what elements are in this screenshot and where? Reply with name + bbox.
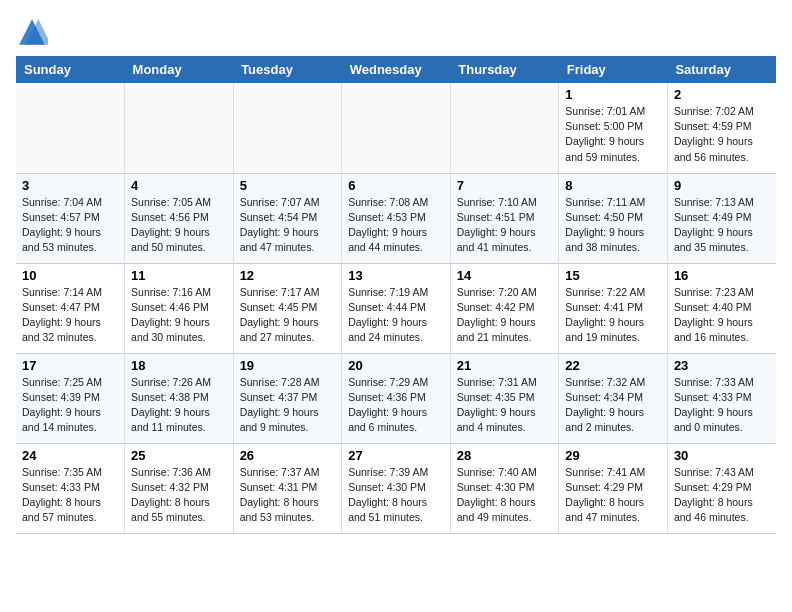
calendar-cell: 27Sunrise: 7:39 AM Sunset: 4:30 PM Dayli… bbox=[342, 443, 451, 533]
calendar-cell: 4Sunrise: 7:05 AM Sunset: 4:56 PM Daylig… bbox=[125, 173, 234, 263]
weekday-header-monday: Monday bbox=[125, 56, 234, 83]
calendar-week-1: 1Sunrise: 7:01 AM Sunset: 5:00 PM Daylig… bbox=[16, 83, 776, 173]
calendar-cell: 8Sunrise: 7:11 AM Sunset: 4:50 PM Daylig… bbox=[559, 173, 668, 263]
logo-icon bbox=[16, 16, 48, 48]
day-info: Sunrise: 7:19 AM Sunset: 4:44 PM Dayligh… bbox=[348, 285, 444, 346]
page-header bbox=[16, 16, 776, 48]
day-number: 29 bbox=[565, 448, 661, 463]
day-info: Sunrise: 7:11 AM Sunset: 4:50 PM Dayligh… bbox=[565, 195, 661, 256]
calendar-cell: 11Sunrise: 7:16 AM Sunset: 4:46 PM Dayli… bbox=[125, 263, 234, 353]
calendar-cell: 20Sunrise: 7:29 AM Sunset: 4:36 PM Dayli… bbox=[342, 353, 451, 443]
day-number: 19 bbox=[240, 358, 336, 373]
day-info: Sunrise: 7:41 AM Sunset: 4:29 PM Dayligh… bbox=[565, 465, 661, 526]
day-number: 15 bbox=[565, 268, 661, 283]
day-number: 20 bbox=[348, 358, 444, 373]
calendar-cell bbox=[342, 83, 451, 173]
day-info: Sunrise: 7:08 AM Sunset: 4:53 PM Dayligh… bbox=[348, 195, 444, 256]
day-number: 9 bbox=[674, 178, 770, 193]
day-number: 27 bbox=[348, 448, 444, 463]
calendar-cell: 21Sunrise: 7:31 AM Sunset: 4:35 PM Dayli… bbox=[450, 353, 559, 443]
calendar-cell: 23Sunrise: 7:33 AM Sunset: 4:33 PM Dayli… bbox=[667, 353, 776, 443]
weekday-header-row: SundayMondayTuesdayWednesdayThursdayFrid… bbox=[16, 56, 776, 83]
calendar-cell: 2Sunrise: 7:02 AM Sunset: 4:59 PM Daylig… bbox=[667, 83, 776, 173]
day-info: Sunrise: 7:10 AM Sunset: 4:51 PM Dayligh… bbox=[457, 195, 553, 256]
day-number: 3 bbox=[22, 178, 118, 193]
day-info: Sunrise: 7:22 AM Sunset: 4:41 PM Dayligh… bbox=[565, 285, 661, 346]
calendar-cell bbox=[450, 83, 559, 173]
day-info: Sunrise: 7:40 AM Sunset: 4:30 PM Dayligh… bbox=[457, 465, 553, 526]
calendar-cell bbox=[233, 83, 342, 173]
calendar-week-2: 3Sunrise: 7:04 AM Sunset: 4:57 PM Daylig… bbox=[16, 173, 776, 263]
day-number: 2 bbox=[674, 87, 770, 102]
calendar-table: SundayMondayTuesdayWednesdayThursdayFrid… bbox=[16, 56, 776, 534]
day-info: Sunrise: 7:17 AM Sunset: 4:45 PM Dayligh… bbox=[240, 285, 336, 346]
weekday-header-thursday: Thursday bbox=[450, 56, 559, 83]
day-info: Sunrise: 7:25 AM Sunset: 4:39 PM Dayligh… bbox=[22, 375, 118, 436]
day-info: Sunrise: 7:05 AM Sunset: 4:56 PM Dayligh… bbox=[131, 195, 227, 256]
calendar-cell: 26Sunrise: 7:37 AM Sunset: 4:31 PM Dayli… bbox=[233, 443, 342, 533]
calendar-header: SundayMondayTuesdayWednesdayThursdayFrid… bbox=[16, 56, 776, 83]
day-info: Sunrise: 7:20 AM Sunset: 4:42 PM Dayligh… bbox=[457, 285, 553, 346]
calendar-cell: 25Sunrise: 7:36 AM Sunset: 4:32 PM Dayli… bbox=[125, 443, 234, 533]
calendar-cell: 5Sunrise: 7:07 AM Sunset: 4:54 PM Daylig… bbox=[233, 173, 342, 263]
day-number: 18 bbox=[131, 358, 227, 373]
calendar-cell: 9Sunrise: 7:13 AM Sunset: 4:49 PM Daylig… bbox=[667, 173, 776, 263]
day-number: 21 bbox=[457, 358, 553, 373]
day-info: Sunrise: 7:31 AM Sunset: 4:35 PM Dayligh… bbox=[457, 375, 553, 436]
calendar-cell bbox=[16, 83, 125, 173]
day-info: Sunrise: 7:04 AM Sunset: 4:57 PM Dayligh… bbox=[22, 195, 118, 256]
day-number: 14 bbox=[457, 268, 553, 283]
weekday-header-friday: Friday bbox=[559, 56, 668, 83]
calendar-cell: 12Sunrise: 7:17 AM Sunset: 4:45 PM Dayli… bbox=[233, 263, 342, 353]
calendar-week-5: 24Sunrise: 7:35 AM Sunset: 4:33 PM Dayli… bbox=[16, 443, 776, 533]
day-number: 6 bbox=[348, 178, 444, 193]
day-number: 22 bbox=[565, 358, 661, 373]
day-number: 8 bbox=[565, 178, 661, 193]
day-info: Sunrise: 7:35 AM Sunset: 4:33 PM Dayligh… bbox=[22, 465, 118, 526]
day-info: Sunrise: 7:39 AM Sunset: 4:30 PM Dayligh… bbox=[348, 465, 444, 526]
day-info: Sunrise: 7:37 AM Sunset: 4:31 PM Dayligh… bbox=[240, 465, 336, 526]
day-info: Sunrise: 7:02 AM Sunset: 4:59 PM Dayligh… bbox=[674, 104, 770, 165]
day-number: 16 bbox=[674, 268, 770, 283]
day-number: 26 bbox=[240, 448, 336, 463]
day-number: 5 bbox=[240, 178, 336, 193]
day-info: Sunrise: 7:07 AM Sunset: 4:54 PM Dayligh… bbox=[240, 195, 336, 256]
calendar-cell bbox=[125, 83, 234, 173]
calendar-cell: 19Sunrise: 7:28 AM Sunset: 4:37 PM Dayli… bbox=[233, 353, 342, 443]
calendar-cell: 13Sunrise: 7:19 AM Sunset: 4:44 PM Dayli… bbox=[342, 263, 451, 353]
day-info: Sunrise: 7:01 AM Sunset: 5:00 PM Dayligh… bbox=[565, 104, 661, 165]
day-info: Sunrise: 7:14 AM Sunset: 4:47 PM Dayligh… bbox=[22, 285, 118, 346]
calendar-cell: 3Sunrise: 7:04 AM Sunset: 4:57 PM Daylig… bbox=[16, 173, 125, 263]
day-number: 24 bbox=[22, 448, 118, 463]
day-number: 11 bbox=[131, 268, 227, 283]
calendar-body: 1Sunrise: 7:01 AM Sunset: 5:00 PM Daylig… bbox=[16, 83, 776, 533]
weekday-header-saturday: Saturday bbox=[667, 56, 776, 83]
calendar-cell: 15Sunrise: 7:22 AM Sunset: 4:41 PM Dayli… bbox=[559, 263, 668, 353]
calendar-cell: 14Sunrise: 7:20 AM Sunset: 4:42 PM Dayli… bbox=[450, 263, 559, 353]
calendar-cell: 7Sunrise: 7:10 AM Sunset: 4:51 PM Daylig… bbox=[450, 173, 559, 263]
calendar-cell: 30Sunrise: 7:43 AM Sunset: 4:29 PM Dayli… bbox=[667, 443, 776, 533]
day-number: 10 bbox=[22, 268, 118, 283]
day-info: Sunrise: 7:28 AM Sunset: 4:37 PM Dayligh… bbox=[240, 375, 336, 436]
calendar-week-3: 10Sunrise: 7:14 AM Sunset: 4:47 PM Dayli… bbox=[16, 263, 776, 353]
weekday-header-sunday: Sunday bbox=[16, 56, 125, 83]
calendar-cell: 1Sunrise: 7:01 AM Sunset: 5:00 PM Daylig… bbox=[559, 83, 668, 173]
calendar-cell: 22Sunrise: 7:32 AM Sunset: 4:34 PM Dayli… bbox=[559, 353, 668, 443]
day-info: Sunrise: 7:13 AM Sunset: 4:49 PM Dayligh… bbox=[674, 195, 770, 256]
day-info: Sunrise: 7:26 AM Sunset: 4:38 PM Dayligh… bbox=[131, 375, 227, 436]
day-info: Sunrise: 7:33 AM Sunset: 4:33 PM Dayligh… bbox=[674, 375, 770, 436]
calendar-cell: 17Sunrise: 7:25 AM Sunset: 4:39 PM Dayli… bbox=[16, 353, 125, 443]
day-number: 4 bbox=[131, 178, 227, 193]
day-number: 13 bbox=[348, 268, 444, 283]
day-number: 23 bbox=[674, 358, 770, 373]
day-info: Sunrise: 7:36 AM Sunset: 4:32 PM Dayligh… bbox=[131, 465, 227, 526]
day-number: 7 bbox=[457, 178, 553, 193]
day-number: 12 bbox=[240, 268, 336, 283]
calendar-cell: 24Sunrise: 7:35 AM Sunset: 4:33 PM Dayli… bbox=[16, 443, 125, 533]
day-number: 1 bbox=[565, 87, 661, 102]
day-number: 25 bbox=[131, 448, 227, 463]
weekday-header-tuesday: Tuesday bbox=[233, 56, 342, 83]
day-info: Sunrise: 7:43 AM Sunset: 4:29 PM Dayligh… bbox=[674, 465, 770, 526]
day-info: Sunrise: 7:29 AM Sunset: 4:36 PM Dayligh… bbox=[348, 375, 444, 436]
day-number: 28 bbox=[457, 448, 553, 463]
